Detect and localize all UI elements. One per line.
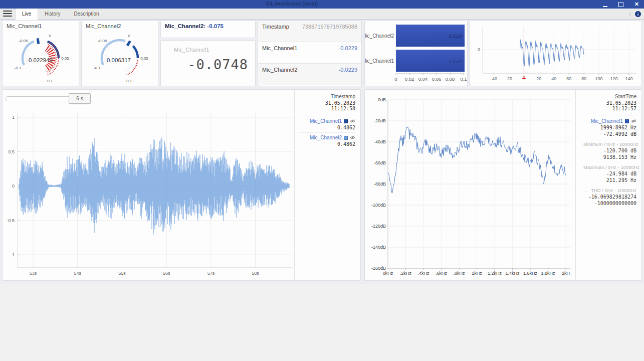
table-row[interactable]: Mic_Channel2-0.0229 (258, 64, 361, 85)
visibility-icon[interactable] (350, 135, 355, 140)
legend-separator (300, 115, 355, 115)
svg-text:56s: 56s (163, 271, 170, 276)
svg-text:0.06: 0.06 (432, 76, 442, 82)
svg-text:-0.1: -0.1 (15, 66, 22, 70)
fft-legend-header: StartTime (581, 94, 636, 99)
svg-text:-0.05: -0.05 (98, 39, 107, 43)
series-name: Mic_Channel1 (591, 118, 623, 124)
minimize-button[interactable] (603, 2, 607, 7)
gauge-widget-mic-channel2: Mic_Channel2 -0.1-0.0500.050.10.006317 (81, 20, 158, 86)
series-value: -72.4992 dB (581, 131, 636, 137)
info-icon[interactable]: i (635, 11, 641, 17)
maximize-button[interactable] (618, 2, 623, 7)
svg-text:1.8kHz: 1.8kHz (541, 271, 556, 276)
value-table-body: Timestamp738871978719785088Mic_Channel1-… (258, 21, 361, 85)
series-value: 1999.8962 Hz (581, 125, 636, 130)
series-color-swatch (625, 119, 629, 123)
svg-text:0.08: 0.08 (446, 76, 455, 82)
legend-section-title: THD / 0Hz - 10000Hz (581, 188, 636, 193)
menu-icon[interactable] (3, 11, 13, 18)
svg-text:0.006317: 0.006317 (107, 57, 131, 63)
svg-text:120: 120 (610, 76, 618, 81)
legend-section-value: -1000000000000 (581, 201, 636, 206)
tabbar-right: › i (629, 9, 641, 20)
slider-end-nub[interactable] (91, 96, 94, 101)
table-row-value: -0.0229 (339, 67, 357, 73)
fft-legend: StartTime 31.05.2023 11:12:57 Mic_Channe… (575, 90, 641, 280)
dashboard: Mic_Channel1 -0.1-0.0500.050.1-0.022949 … (0, 20, 644, 361)
legend-series-Mic_Channel1[interactable]: Mic_Channel1 (581, 118, 636, 124)
tab-history[interactable]: History (38, 9, 67, 20)
svg-text:.6kHz: .6kHz (436, 271, 448, 276)
waveform-legend-series: Mic_Channel10.4862Mic_Channel20.4862 (300, 118, 355, 147)
close-button[interactable]: ✕ (634, 0, 639, 9)
chevron-right-icon[interactable]: › (629, 11, 631, 18)
series-name: Mic_Channel2 (310, 135, 342, 140)
table-row-label: Mic_Channel1 (262, 45, 297, 51)
svg-text:140: 140 (625, 76, 633, 81)
svg-text:55s: 55s (118, 271, 126, 276)
waveform-legend: Timestamp 31.05.2023 11:12:58 Mic_Channe… (294, 90, 360, 280)
svg-text:53s: 53s (30, 271, 37, 276)
legend-section-title: Minimum / 0Hz - 10000Hz (581, 141, 636, 147)
series-value: 0.4862 (300, 141, 355, 147)
bar-chart-widget: Mic_Channel20.1524Mic_Channel10.152400.0… (364, 20, 468, 86)
visibility-icon[interactable] (631, 119, 636, 123)
svg-text:-80dB: -80dB (374, 182, 386, 187)
svg-text:-40dB: -40dB (374, 139, 386, 144)
svg-text:-1: -1 (11, 252, 15, 257)
fft-chart[interactable]: 0dB-20dB-40dB-60dB-80dB-100dB-120dB-140d… (365, 90, 575, 280)
table-row-label: Timestamp (262, 24, 289, 30)
time-window-slider: 6 s (6, 93, 92, 103)
table-row[interactable]: Mic_Channel1-0.0229 (258, 42, 361, 64)
legend-section-title: Maximum / 0Hz - 10000Hz (581, 164, 636, 170)
svg-text:0.1: 0.1 (47, 79, 53, 83)
legend-separator (581, 115, 636, 115)
svg-text:1.6kHz: 1.6kHz (523, 271, 538, 276)
svg-text:-60dB: -60dB (374, 160, 386, 165)
series-value: 0.4862 (300, 125, 355, 130)
svg-text:40: 40 (551, 76, 556, 81)
table-row[interactable]: Timestamp738871978719785088 (258, 21, 361, 42)
legend-section-value: 9138.153 Hz (581, 154, 636, 160)
legend-series-Mic_Channel1[interactable]: Mic_Channel1 (300, 118, 355, 124)
big-value-widget: Mic_Channel1 -0.0748 (160, 40, 256, 86)
table-row-value: 738871978719785088 (302, 24, 357, 30)
legend-section-value: 211.295 Hz (581, 177, 636, 183)
svg-text:0: 0 (12, 184, 15, 189)
table-row-value: -0.0229 (339, 45, 357, 51)
inline-value-label: Mic_Channel2 (165, 23, 203, 29)
tabs: Live History Description (15, 9, 106, 20)
big-value-number: -0.0748 (187, 57, 248, 72)
svg-text:.8kHz: .8kHz (454, 271, 466, 276)
svg-text:Mic_Channel2: Mic_Channel2 (365, 33, 394, 39)
value-table-widget: Timestamp738871978719785088Mic_Channel1-… (258, 20, 362, 86)
tab-live[interactable]: Live (15, 9, 38, 20)
waveform-legend-header: Timestamp (300, 94, 355, 99)
svg-text:0.1524: 0.1524 (449, 59, 463, 64)
series-name: Mic_Channel1 (310, 118, 342, 124)
svg-text:0: 0 (128, 34, 131, 38)
svg-text:0dB: 0dB (378, 97, 386, 102)
svg-text:.4kHz: .4kHz (418, 271, 430, 276)
svg-text:-20: -20 (506, 76, 512, 81)
gauge2-dial: -0.1-0.0500.050.10.006317 (83, 29, 156, 85)
visibility-icon[interactable] (350, 119, 355, 123)
svg-text:0.5: 0.5 (8, 149, 15, 154)
svg-text:0: 0 (478, 47, 480, 52)
svg-text:-100dB: -100dB (371, 203, 386, 208)
legend-section-value: -24.984 dB (581, 171, 636, 176)
svg-text:0.1524: 0.1524 (449, 34, 463, 39)
tab-description[interactable]: Description (67, 9, 106, 20)
legend-series-Mic_Channel2[interactable]: Mic_Channel2 (300, 135, 355, 140)
svg-text:-0.5: -0.5 (7, 218, 15, 223)
gauge2-title: Mic_Channel2 (82, 21, 158, 29)
svg-text:1: 1 (12, 115, 15, 120)
fft-widget: 0dB-20dB-40dB-60dB-80dB-100dB-120dB-140d… (364, 89, 642, 281)
svg-text:-120dB: -120dB (371, 224, 386, 229)
svg-text:0: 0 (49, 34, 52, 38)
svg-text:0: 0 (394, 76, 397, 82)
slider-handle[interactable]: 6 s (69, 93, 91, 104)
waveform-chart[interactable]: 10.50-0.5-153s54s55s56s57s58s (3, 102, 294, 279)
svg-text:58s: 58s (252, 271, 259, 276)
